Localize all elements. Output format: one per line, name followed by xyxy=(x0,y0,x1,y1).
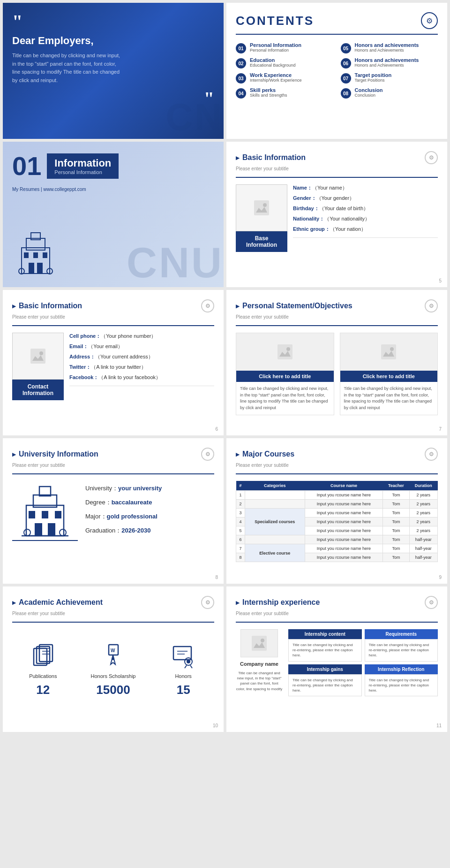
svg-point-47 xyxy=(261,639,264,642)
svg-rect-25 xyxy=(48,523,55,536)
field-ethnic: Ethnic group：（Your nation） xyxy=(293,226,438,233)
gear-icon-academic: ⚙ xyxy=(201,596,214,609)
svg-rect-21 xyxy=(29,511,35,518)
col-num: # xyxy=(236,481,245,491)
field-name: Name：（Your name） xyxy=(293,184,438,191)
contents-num-07: 07 xyxy=(341,73,351,84)
contact-title: Basic Information xyxy=(12,302,82,310)
internship-content: Company name Title can be changed and ne… xyxy=(236,629,438,696)
course-row-7: 7Elective courseInput you rcourse name h… xyxy=(236,544,438,553)
slide-01-panel: 01 Information Personal Information My R… xyxy=(3,142,224,287)
statement-title: Personal Statement/Objectives xyxy=(236,302,352,310)
cover-body[interactable]: Title can be changed by clicking and new… xyxy=(12,52,125,84)
course-row-2: 2Input you rcourse name hereTom2 years xyxy=(236,500,438,509)
col-duration: Duration xyxy=(409,481,438,491)
svg-point-26 xyxy=(24,529,30,536)
contents-item-04[interactable]: 04 Skill perksSkills and Strengths xyxy=(236,87,333,99)
university-divider xyxy=(12,473,214,474)
basic-info-panel: Basic Information ⚙ Please enter your su… xyxy=(226,142,447,287)
uni-field-graduation[interactable]: Graduation：2026-2030 xyxy=(85,526,214,535)
card2-text[interactable]: Title can be changed by clicking and new… xyxy=(340,382,438,415)
internship-subtitle: Please enter your subtitle xyxy=(236,611,438,616)
int-card-reflection[interactable]: Internship Reflection Title can be chang… xyxy=(365,664,438,697)
contact-photo xyxy=(12,333,64,380)
svg-rect-23 xyxy=(55,511,61,518)
field-nationality: Nationality：（Your nationality） xyxy=(293,215,438,222)
contents-item-08[interactable]: 08 ConclusionConclusion xyxy=(341,87,438,99)
university-panel: University Information ⚙ Please enter yo… xyxy=(3,438,224,584)
university-illustration xyxy=(12,482,78,543)
int-card-gains[interactable]: Internship gains Title can be changed by… xyxy=(288,664,362,697)
contents-title: CONTENTS xyxy=(236,14,314,28)
contents-item-05[interactable]: 05 Honors and achievementsHonors and Ach… xyxy=(341,42,438,53)
contents-num-03: 03 xyxy=(236,73,246,84)
int-body-content: Title can be changed by clicking and re-… xyxy=(288,639,362,662)
statement-card-2[interactable]: Click here to add title Title can be cha… xyxy=(340,333,438,415)
svg-rect-16 xyxy=(381,344,396,359)
gear-icon-university: ⚙ xyxy=(201,448,214,461)
contents-item-01[interactable]: 01 Personal InformationPersonal Informat… xyxy=(236,42,333,53)
svg-rect-5 xyxy=(43,252,47,258)
field-divider xyxy=(293,237,438,238)
university-fields: University：your university Degree：baccal… xyxy=(85,484,214,541)
university-title: University Information xyxy=(12,450,98,458)
base-info-label: BaseInformation xyxy=(236,231,287,252)
basic-divider xyxy=(236,177,438,178)
svg-rect-0 xyxy=(22,248,50,274)
gear-icon-basic: ⚙ xyxy=(425,151,438,164)
gear-icon: ⚙ xyxy=(421,12,438,29)
quote-close-icon: " xyxy=(12,89,214,108)
int-card-content[interactable]: Internship content Title can be changed … xyxy=(288,629,362,662)
uni-field-major[interactable]: Major：gold professional xyxy=(85,512,214,521)
int-card-requirements[interactable]: Requirements Title can be changed by cli… xyxy=(365,629,438,662)
field-phone: Cell phone：（Your phone number） xyxy=(69,333,214,340)
gear-icon-courses: ⚙ xyxy=(425,448,438,461)
honors-label: Honors xyxy=(175,673,191,679)
academic-title: Academic Achievement xyxy=(12,598,103,607)
statement-card-1[interactable]: Click here to add title Title can be cha… xyxy=(236,333,334,415)
achievement-honors: Honors 15 xyxy=(169,641,197,697)
col-teacher: Teacher xyxy=(383,481,409,491)
scholarship-number: 15000 xyxy=(96,683,130,697)
field-birthday: Birthday：（Your date of birth） xyxy=(293,205,438,212)
contact-field-divider xyxy=(69,386,214,386)
int-title-reflection: Internship Reflection xyxy=(365,664,438,674)
contents-item-03[interactable]: 03 Work ExperienceInternship/Work Experi… xyxy=(236,72,333,84)
uni-field-degree[interactable]: Degree：baccalaureate xyxy=(85,498,214,507)
contents-item-06[interactable]: 06 Honors and achievementsHonors and Ach… xyxy=(341,57,438,69)
int-body-reflection: Title can be changed by clicking and re-… xyxy=(365,674,438,697)
cover-panel: " Dear Employers, Title can be changed b… xyxy=(3,3,224,139)
uni-field-university[interactable]: University：your university xyxy=(85,484,214,493)
academic-panel: Academic Achievement ⚙ Please enter your… xyxy=(3,586,224,732)
svg-text:W: W xyxy=(111,648,115,653)
contact-divider xyxy=(12,325,214,326)
company-name: Company name xyxy=(240,661,278,667)
int-title-content: Internship content xyxy=(288,629,362,639)
contents-item-07[interactable]: 07 Target positionTarget Positions xyxy=(341,72,438,84)
quote-open-icon: " xyxy=(12,12,214,31)
svg-rect-4 xyxy=(33,252,38,258)
basic-info-subtitle: Please enter your subtitle xyxy=(236,166,438,171)
svg-rect-46 xyxy=(252,636,267,651)
col-name: Course name xyxy=(305,481,383,491)
svg-point-11 xyxy=(263,203,267,207)
page-number-11: 11 xyxy=(436,723,442,728)
slide-number: 01 xyxy=(12,153,41,179)
svg-rect-22 xyxy=(42,511,48,518)
internship-divider xyxy=(236,622,438,623)
svg-point-17 xyxy=(390,347,394,351)
card1-text[interactable]: Title can be changed by clicking and new… xyxy=(236,382,334,415)
card1-title[interactable]: Click here to add title xyxy=(236,371,334,382)
cover-title[interactable]: Dear Employers, xyxy=(12,35,214,47)
contents-item-02[interactable]: 02 EducationEducational Background xyxy=(236,57,333,69)
page-number-8: 8 xyxy=(215,575,218,580)
svg-line-45 xyxy=(190,665,192,668)
svg-point-15 xyxy=(286,347,290,351)
courses-divider xyxy=(236,473,438,474)
svg-rect-31 xyxy=(39,645,52,662)
card2-title[interactable]: Click here to add title xyxy=(340,371,438,382)
info-title[interactable]: Information xyxy=(54,157,111,169)
svg-rect-18 xyxy=(26,505,64,536)
academic-subtitle: Please enter your subtitle xyxy=(12,611,214,616)
contents-num-04: 04 xyxy=(236,88,246,99)
